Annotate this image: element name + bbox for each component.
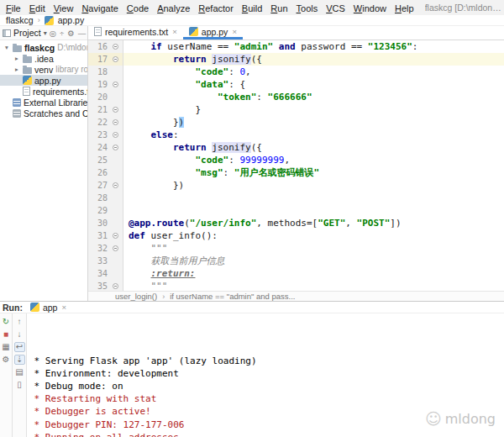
restore-layout-icon[interactable]: ▦ [1,342,12,352]
gutter[interactable]: 21 [88,103,123,116]
code-line-28[interactable]: 28 [88,192,504,204]
fold-icon[interactable] [113,107,118,113]
print-icon[interactable]: ▤ [14,367,25,377]
tree-item-idea[interactable]: ▸.idea [0,53,87,64]
gutter[interactable]: 17 [88,53,123,66]
menu-refactor[interactable]: Refactor [194,3,238,13]
gutter[interactable]: 25 [88,154,123,166]
chevron-icon[interactable]: ▸ [13,66,20,73]
settings-icon[interactable]: ⚙ [1,355,12,365]
project-panel-title[interactable]: Project [13,28,41,38]
gutter[interactable]: 35 [88,280,123,291]
close-icon[interactable]: × [61,303,66,312]
code-line-32[interactable]: 32 """ [88,242,504,255]
gutter[interactable]: 23 [88,129,123,141]
menu-build[interactable]: Build [238,3,266,13]
tree-item-scratches-and-consoles[interactable]: Scratches and Consoles [0,108,87,118]
fold-icon[interactable] [113,132,118,138]
collapse-all-icon[interactable]: ÷ [60,27,64,39]
close-icon[interactable]: × [232,27,237,36]
fold-icon[interactable] [113,82,118,87]
code-line-24[interactable]: 24 return jsonify({ [88,141,504,154]
fold-icon[interactable] [113,182,118,188]
fold-icon[interactable] [113,145,118,150]
code-line-25[interactable]: 25 "code": 99999999, [88,154,504,166]
gutter[interactable]: 22 [88,116,123,129]
code-line-26[interactable]: 26 "msg": "用户名或密码错误" [88,166,504,179]
code-line-23[interactable]: 23 else: [88,129,504,141]
menu-help[interactable]: Help [391,3,418,13]
code-line-19[interactable]: 19 "data": { [88,78,504,91]
code-line-21[interactable]: 21 } [88,103,504,116]
code-line-31[interactable]: 31def user_info(): [88,229,504,242]
menu-window[interactable]: Window [349,3,391,13]
scroll-to-end-icon[interactable]: ⇣ [14,355,25,365]
chevron-down-icon[interactable]: ▾ [44,29,47,37]
tree-item-requirements-txt[interactable]: requirements.txt [0,86,87,97]
menu-file[interactable]: File [2,3,25,13]
menu-run[interactable]: Run [266,3,291,13]
stop-icon[interactable]: ■ [1,329,12,340]
menu-edit[interactable]: Edit [25,3,50,13]
code-line-16[interactable]: 16 if userName == "admin" and password =… [88,40,504,53]
code-line-35[interactable]: 35 """ [88,280,504,291]
settings-icon[interactable]: ⚙ [67,27,75,39]
menu-tools[interactable]: Tools [292,3,323,13]
tree-item-external-libraries[interactable]: External Libraries [0,97,87,108]
gutter[interactable]: 29 [88,204,123,217]
gutter[interactable]: 31 [88,229,123,242]
fold-icon[interactable] [113,283,118,289]
menu-view[interactable]: View [50,3,78,13]
fold-icon[interactable] [113,56,118,62]
prev-occurrence-icon[interactable]: ↑ [14,317,25,327]
tree-item-app-py[interactable]: app.py [0,75,87,86]
code-line-17[interactable]: 17 return jsonify({ [88,53,504,66]
gutter[interactable]: 28 [88,192,123,204]
gutter[interactable]: 27 [88,179,123,192]
menu-analyze[interactable]: Analyze [153,3,194,13]
code-line-20[interactable]: 20 "token": "666666" [88,91,504,103]
gutter[interactable]: 19 [88,78,123,91]
menu-vcs[interactable]: VCS [322,3,349,13]
breadcrumb-project[interactable]: flaskcg [6,15,34,25]
chevron-icon[interactable]: ▾ [3,44,10,51]
code-line-29[interactable]: 29 [88,204,504,217]
fold-icon[interactable] [113,44,118,50]
gutter[interactable]: 16 [88,40,123,53]
gutter[interactable]: 26 [88,166,123,179]
gutter[interactable]: 18 [88,66,123,78]
menu-code[interactable]: Code [123,3,153,13]
next-occurrence-icon[interactable]: ↓ [14,329,25,340]
gutter[interactable]: 32 [88,242,123,255]
breadcrumb-file[interactable]: app.py [58,15,85,25]
gutter[interactable]: 30 [88,217,123,229]
gutter[interactable]: 34 [88,267,123,280]
editor-breadcrumb-function[interactable]: user_login() [115,292,157,301]
rerun-icon[interactable]: ↻ [1,317,12,327]
fold-icon[interactable] [113,245,118,251]
code-editor[interactable]: 16 if userName == "admin" and password =… [88,40,504,291]
code-line-34[interactable]: 34 :return: [88,267,504,280]
code-line-30[interactable]: 30@app.route("/user/info", methods=["GET… [88,217,504,229]
gutter[interactable]: 33 [88,255,123,267]
code-line-27[interactable]: 27 }) [88,179,504,192]
tab-app-py[interactable]: app.py× [183,26,243,39]
fold-icon[interactable] [113,119,118,125]
hide-icon[interactable]: — [78,27,87,39]
clear-all-icon[interactable]: ▯ [14,380,25,390]
code-line-33[interactable]: 33 获取当前用户信息 [88,255,504,267]
fold-icon[interactable] [113,233,118,239]
editor-breadcrumb-context[interactable]: if userName == "admin" and pass... [170,292,295,301]
close-icon[interactable]: × [172,27,177,36]
chevron-icon[interactable]: ▸ [13,55,20,62]
menu-navigate[interactable]: Navigate [77,3,122,13]
code-line-22[interactable]: 22 }) [88,116,504,129]
tree-item-flaskcg[interactable]: ▾flaskcgD:\mldong\py-works [0,42,87,53]
soft-wrap-icon[interactable]: ↩ [14,342,25,352]
code-line-18[interactable]: 18 "code": 0, [88,66,504,78]
tree-item-venv[interactable]: ▸venvlibrary root [0,64,87,75]
locate-icon[interactable]: ◎ [50,27,56,39]
gutter[interactable]: 20 [88,91,123,103]
tab-requirements-txt[interactable]: requirements.txt× [88,26,183,39]
run-tab-app[interactable]: app × [30,303,66,313]
